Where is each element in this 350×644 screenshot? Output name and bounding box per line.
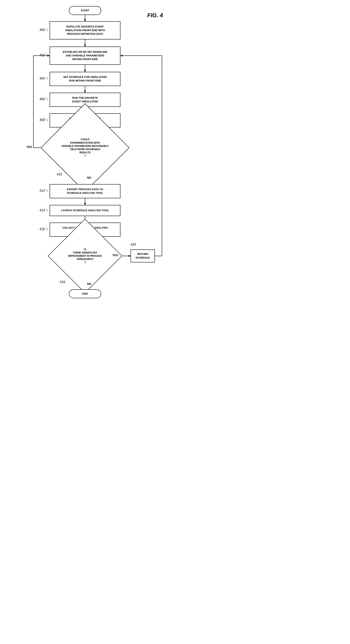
ref-402: 402 ∖ <box>40 53 48 57</box>
ref-408: 408 ∖ <box>40 118 48 122</box>
ref-416: 416 ∖ <box>40 227 48 231</box>
svg-marker-27 <box>129 255 131 257</box>
end-label: END <box>80 291 90 297</box>
ref-410: 410 <box>57 172 62 176</box>
ref-412: 412 ∖ <box>40 189 48 192</box>
box-404-text: SET SCHEDULE FOR SIMULATIONRUN WITHIN FR… <box>61 74 109 84</box>
box-420: RETURNSCHEDULE <box>131 250 155 262</box>
ref-400: 400 ∖ <box>40 28 48 32</box>
box-402: ESTABLISH OR RE-SET MODELINGAND VARIABLE… <box>50 46 120 65</box>
ref-420: 420 <box>131 243 136 246</box>
no-label-418: NO <box>87 282 91 286</box>
box-412-text: EXPORT PROCESS DATA TOSCHEDULE ANALYSIS … <box>65 186 105 196</box>
box-414: LAUNCH SCHEDULE ANALYSIS TOOL <box>50 205 120 216</box>
svg-marker-1 <box>84 19 86 21</box>
box-420-text: RETURNSCHEDULE <box>133 251 152 261</box>
end-node: END <box>69 289 101 298</box>
box-402-text: ESTABLISH OR RE-SET MODELINGAND VARIABLE… <box>61 49 110 62</box>
start-label: START <box>79 8 91 14</box>
flowchart-container: FIG. 4 <box>0 0 175 322</box>
ref-418: 418 <box>60 280 65 284</box>
box-404: SET SCHEDULE FOR SIMULATIONRUN WITHIN FR… <box>50 72 120 86</box>
svg-marker-7 <box>84 91 86 93</box>
diamond-418-container: ISTHERE SIGNIFICANTIMPROVEMENT IN PROCES… <box>59 230 111 282</box>
no-label-410: NO <box>87 176 91 179</box>
yes-label-410: YES <box>26 145 32 148</box>
svg-marker-19 <box>48 55 50 57</box>
box-414-text: LAUNCH SCHEDULE ANALYSIS TOOL <box>59 208 111 214</box>
diamond-418-text: ISTHERE SIGNIFICANTIMPROVEMENT IN PROCES… <box>68 248 102 264</box>
box-400: POPULATE DISCRETE EVENTSIMULATION FRONT-… <box>50 21 120 40</box>
svg-marker-31 <box>120 55 123 57</box>
yes-label-418: YES <box>112 254 118 257</box>
ref-406: 406 ∖ <box>40 97 48 101</box>
diamond-410-text: COULDEXPERIMENTATION WITHVARIABLE PARAME… <box>61 138 109 158</box>
diamond-410-container: COULDEXPERIMENTATION WITHVARIABLE PARAME… <box>54 116 116 179</box>
figure-label: FIG. 4 <box>147 12 163 18</box>
svg-marker-3 <box>84 44 86 46</box>
start-node: START <box>69 6 101 15</box>
box-400-text: POPULATE DISCRETE EVENTSIMULATION FRONT-… <box>63 24 107 37</box>
ref-414: 414 ∖ <box>40 208 48 212</box>
svg-marker-21 <box>84 203 86 205</box>
svg-marker-5 <box>84 70 86 72</box>
box-412: EXPORT PROCESS DATA TOSCHEDULE ANALYSIS … <box>50 184 120 198</box>
ref-404: 404 ∖ <box>40 76 48 80</box>
